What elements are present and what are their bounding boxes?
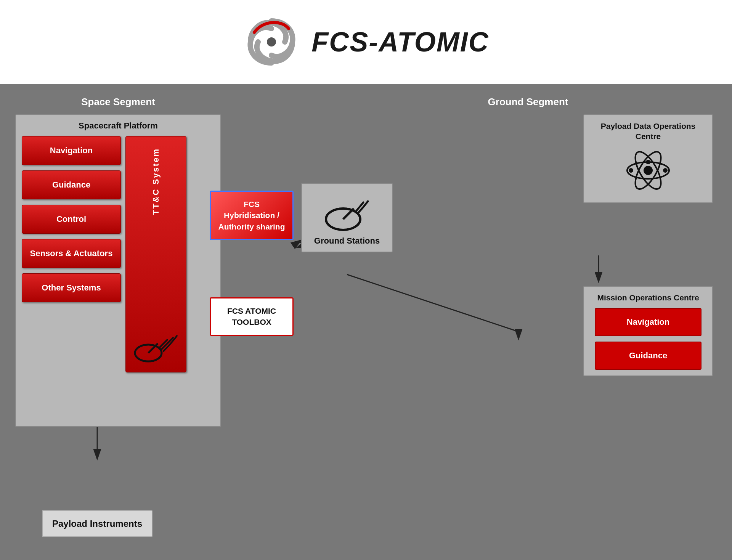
space-segment-label: Space Segment [81, 96, 155, 108]
payload-instruments: Payload Instruments [42, 510, 152, 537]
payload-label: Payload Instruments [52, 518, 142, 529]
satellite-icon [133, 326, 179, 364]
ground-segment-label: Ground Segment [488, 96, 568, 108]
svg-point-0 [267, 37, 276, 47]
ground-navigation-button[interactable]: Navigation [595, 308, 702, 336]
svg-line-4 [295, 240, 301, 244]
ground-guidance-button[interactable]: Guidance [595, 342, 702, 370]
control-button[interactable]: Control [22, 205, 121, 234]
mission-ops-title: Mission Operations Centre [590, 292, 706, 303]
ttc-label: TT&C System [151, 148, 161, 215]
ttc-block: TT&C System [125, 136, 186, 372]
radar-icon [324, 189, 370, 231]
fcs-toolbox-label: FCS ATOMIC TOOLBOX [227, 306, 276, 326]
svg-point-23 [663, 168, 668, 173]
spacecraft-platform-title: Spacecraft Platform [22, 121, 215, 131]
fcs-hybrid-box: FCS Hybridisation / Authority sharing [210, 191, 294, 240]
diagram-wrapper: Space Segment Spacecraft Platform Naviga… [0, 84, 732, 560]
header: FCS-ATOMIC [0, 0, 732, 84]
pdoc-title: Payload Data Operations Centre [590, 121, 706, 142]
brand-name: FCS-ATOMIC [311, 26, 489, 58]
svg-line-6 [347, 274, 518, 332]
mission-ops-centre: Mission Operations Centre Navigation Gui… [583, 286, 713, 376]
sc-platform-box: Spacecraft Platform Navigation Guidance … [15, 114, 221, 427]
svg-point-21 [646, 160, 650, 164]
sc-inner: Navigation Guidance Control Sensors & Ac… [22, 136, 215, 372]
logo-container: FCS-ATOMIC [243, 13, 489, 71]
navigation-button[interactable]: Navigation [22, 136, 121, 165]
fcs-hybrid-label: FCS Hybridisation / Authority sharing [218, 200, 285, 231]
moc-buttons: Navigation Guidance [590, 308, 706, 370]
spacecraft-platform: Spacecraft Platform Navigation Guidance … [15, 114, 221, 427]
fcs-logo-icon [243, 13, 300, 71]
ground-stations-label: Ground Stations [308, 236, 386, 246]
pdoc: Payload Data Operations Centre [583, 114, 713, 203]
ground-segment-label-container: Ground Segment [336, 96, 721, 108]
svg-point-17 [644, 166, 653, 175]
left-buttons: Navigation Guidance Control Sensors & Ac… [22, 136, 121, 372]
other-systems-button[interactable]: Other Systems [22, 273, 121, 302]
svg-point-22 [629, 168, 633, 173]
guidance-button[interactable]: Guidance [22, 170, 121, 199]
ground-stations: Ground Stations [301, 183, 393, 252]
atom-icon [623, 146, 673, 195]
sensors-button[interactable]: Sensors & Actuators [22, 239, 121, 268]
fcs-toolbox-box: FCS ATOMIC TOOLBOX [210, 297, 294, 336]
